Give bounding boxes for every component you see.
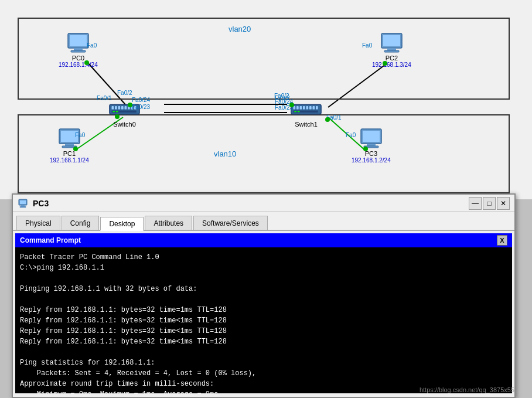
sw0-fa01: Fa0/1 [97,95,112,101]
vlan10-box [18,114,510,193]
svg-rect-35 [294,106,296,110]
pc0-label: PC0 [72,55,84,62]
close-window-button[interactable]: ✕ [497,197,510,210]
pc0-port: Fa0 [87,42,97,49]
pc3-icon [358,128,384,150]
svg-rect-12 [387,48,396,50]
cmd-titlebar: Command Prompt X [15,233,512,247]
svg-rect-11 [383,35,400,46]
switch1-label: Switch1 [295,121,318,128]
pc1-label: PC1 [63,150,76,157]
svg-rect-24 [115,106,117,110]
pc3-port: Fa0 [346,132,356,138]
pc3-window: PC3 — □ ✕ Physical Config Desktop Attrib… [12,193,516,398]
pc0-green-dot [84,60,89,65]
sw0-fa023: Fa0/23 [132,104,150,110]
svg-rect-42 [316,106,318,110]
svg-rect-19 [363,131,380,142]
pc2-node[interactable]: PC2 192.168.1.3/24 [372,32,411,68]
svg-rect-40 [309,106,312,110]
svg-rect-45 [298,111,300,112]
vlan10-label: vlan10 [214,149,236,158]
svg-rect-34 [291,104,321,114]
svg-rect-27 [125,106,127,110]
pc0-ip: 192.168.1.4/24 [59,62,98,68]
pc1-port: Fa0 [75,132,85,138]
svg-rect-7 [70,35,87,46]
pc2-ip: 192.168.1.3/24 [372,62,411,68]
svg-rect-49 [20,206,26,207]
svg-rect-25 [118,106,121,110]
svg-rect-43 [294,110,318,113]
pc0-node[interactable]: PC0 192.168.1.4/24 [59,32,98,68]
title-bar: PC3 — □ ✕ [13,195,514,212]
tab-attributes[interactable]: Attributes [145,216,192,230]
svg-rect-8 [74,48,83,50]
sw0-dot-fa02 [128,103,132,107]
svg-rect-47 [20,200,26,204]
svg-rect-36 [296,106,299,110]
svg-rect-31 [112,110,137,113]
sw0-dot-fa01 [115,114,120,119]
pc1-green-dot [73,147,78,151]
window-pc-icon [18,199,29,208]
tab-software[interactable]: Software/Services [193,216,268,230]
sw1-dot-fa01 [325,117,330,122]
svg-rect-9 [71,50,86,52]
svg-rect-48 [21,205,25,206]
tab-config[interactable]: Config [62,216,100,230]
cmd-body[interactable]: Packet Tracer PC Command Line 1.0 C:\>pi… [15,247,512,393]
tab-physical[interactable]: Physical [16,216,60,230]
pc3-window-icon [18,198,29,209]
pc3-green-dot [363,147,368,151]
pc2-icon [378,32,405,55]
pc3-ip: 192.168.1.2/24 [352,157,391,164]
sw0-fa02: Fa0/2 [117,90,132,96]
svg-rect-32 [112,111,115,112]
tab-desktop[interactable]: Desktop [100,217,144,231]
maximize-button[interactable]: □ [483,197,496,210]
pc2-port: Fa0 [362,42,372,49]
svg-rect-20 [367,144,376,146]
cmd-close-button[interactable]: X [497,235,507,246]
pc2-green-dot [383,61,387,66]
svg-rect-33 [116,111,118,112]
svg-rect-23 [112,106,114,110]
pc1-icon [56,128,83,150]
network-diagram: vlan20 vlan10 PC0 192.168.1.4/24 Fa0 PC2… [0,0,532,199]
switch1-icon [290,98,322,121]
svg-rect-26 [121,106,124,110]
svg-rect-44 [294,111,296,112]
minimize-button[interactable]: — [469,197,482,210]
pc2-label: PC2 [386,55,398,62]
vlan20-label: vlan20 [229,25,251,33]
sw0-fa024: Fa0/24 [132,97,150,103]
svg-rect-39 [306,106,309,110]
pc3-node[interactable]: PC3 192.168.1.2/24 [352,128,391,164]
switch1-node[interactable]: Switch1 [290,98,322,128]
cmd-title-label: Command Prompt [20,236,81,244]
sw1-port-fa02-top: Fa0/2 [274,93,289,99]
svg-rect-38 [303,106,305,110]
pc1-ip: 192.168.1.1/24 [50,157,89,164]
svg-rect-37 [300,106,302,110]
svg-rect-16 [65,144,74,146]
cmd-wrapper: Command Prompt X Packet Tracer PC Comman… [13,231,514,397]
tabs-bar: Physical Config Desktop Attributes Softw… [13,212,514,231]
svg-rect-41 [313,106,315,110]
window-title: PC3 [33,199,468,208]
sw1-dot-fa02 [289,103,294,107]
svg-rect-13 [384,50,399,52]
switch0-label: Switch0 [113,121,136,128]
pc3-label: PC3 [365,150,377,157]
